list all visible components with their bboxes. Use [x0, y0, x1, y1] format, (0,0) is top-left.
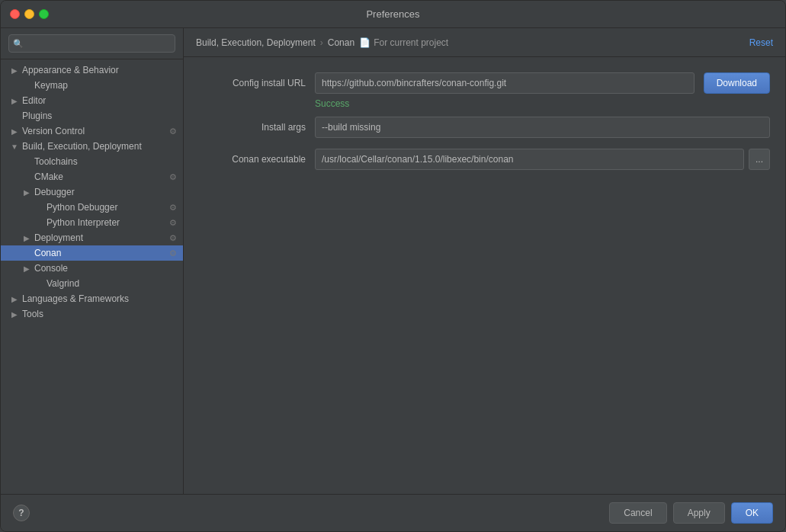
expand-icon: ▶	[10, 310, 19, 319]
expand-icon: ▼	[10, 143, 19, 151]
cancel-button[interactable]: Cancel	[609, 502, 666, 524]
expand-icon: ▶	[10, 97, 19, 105]
breadcrumb-project: 📄 For current project	[359, 37, 448, 48]
preferences-window: Preferences 🔍 ▶ Appearance & Behavior	[0, 0, 786, 532]
sidebar-item-conan[interactable]: Conan ⚙	[1, 245, 183, 261]
expand-icon: ▶	[10, 66, 19, 75]
sidebar-item-valgrind[interactable]: Valgrind	[1, 276, 183, 291]
maximize-button[interactable]	[39, 9, 49, 19]
sidebar-tree: ▶ Appearance & Behavior Keymap ▶ Editor …	[1, 59, 183, 494]
right-panel: Build, Execution, Deployment › Conan 📄 F…	[184, 28, 785, 494]
conan-exec-row: Conan executable ...	[199, 149, 770, 170]
expand-icon: ▶	[22, 234, 31, 242]
sidebar-item-python-interpreter[interactable]: Python Interpreter ⚙	[1, 215, 183, 230]
sidebar-item-version-control[interactable]: ▶ Version Control ⚙	[1, 123, 183, 139]
breadcrumb-conan: Conan	[328, 37, 355, 48]
spacer-icon	[34, 219, 43, 227]
sidebar-item-languages[interactable]: ▶ Languages & Frameworks	[1, 291, 183, 306]
spacer-icon	[34, 204, 43, 212]
sidebar-item-plugins[interactable]: Plugins	[1, 108, 183, 123]
conan-exec-label: Conan executable	[199, 154, 306, 165]
expand-icon: ▶	[10, 127, 19, 136]
form-content: Config install URL Download Success Inst…	[184, 57, 785, 494]
traffic-lights	[10, 9, 49, 19]
sync-icon: ⚙	[169, 127, 177, 136]
spacer-icon	[22, 158, 31, 166]
breadcrumb-arrow: ›	[320, 37, 323, 48]
sidebar-item-editor[interactable]: ▶ Editor	[1, 93, 183, 108]
sidebar-item-deployment[interactable]: ▶ Deployment ⚙	[1, 230, 183, 245]
conan-exec-input-group: ...	[315, 149, 770, 170]
sidebar-item-appearance[interactable]: ▶ Appearance & Behavior	[1, 62, 183, 78]
conan-exec-input[interactable]	[315, 149, 744, 170]
search-input[interactable]	[8, 34, 175, 53]
sidebar-item-cmake[interactable]: CMake ⚙	[1, 169, 183, 184]
bottom-bar: ? Cancel Apply OK	[1, 494, 785, 531]
sidebar-item-tools[interactable]: ▶ Tools	[1, 306, 183, 322]
sync-icon: ⚙	[169, 248, 177, 258]
expand-icon: ▶	[22, 264, 31, 273]
sidebar-item-console[interactable]: ▶ Console	[1, 261, 183, 276]
install-args-row: Install args	[199, 117, 770, 138]
expand-icon: ▶	[22, 188, 31, 197]
panel-header: Build, Execution, Deployment › Conan 📄 F…	[184, 28, 785, 57]
sidebar-item-python-debugger[interactable]: Python Debugger ⚙	[1, 200, 183, 215]
breadcrumb: Build, Execution, Deployment › Conan 📄 F…	[196, 37, 448, 48]
sidebar-item-build-execution[interactable]: ▼ Build, Execution, Deployment	[1, 139, 183, 154]
sidebar-item-debugger[interactable]: ▶ Debugger	[1, 184, 183, 200]
sync-icon: ⚙	[169, 233, 177, 243]
install-args-label: Install args	[199, 122, 306, 133]
reset-link[interactable]: Reset	[749, 37, 773, 48]
spacer-icon	[22, 82, 31, 90]
project-icon: 📄	[359, 37, 371, 48]
window-title: Preferences	[366, 8, 419, 20]
close-button[interactable]	[10, 9, 20, 19]
config-url-input[interactable]	[315, 72, 695, 94]
minimize-button[interactable]	[24, 9, 34, 19]
spacer-icon	[34, 280, 43, 288]
spacer-icon	[10, 112, 19, 120]
spacer-icon	[22, 173, 31, 181]
config-url-row: Config install URL Download	[199, 72, 770, 94]
download-button[interactable]: Download	[704, 72, 770, 94]
install-args-input[interactable]	[315, 117, 770, 138]
sync-icon: ⚙	[169, 203, 177, 213]
browse-button[interactable]: ...	[749, 149, 770, 170]
bottom-buttons: Cancel Apply OK	[609, 502, 773, 524]
sidebar: 🔍 ▶ Appearance & Behavior Keymap ▶	[1, 28, 184, 494]
sync-icon: ⚙	[169, 218, 177, 228]
success-status: Success	[315, 98, 770, 109]
apply-button[interactable]: Apply	[673, 502, 725, 524]
sidebar-item-keymap[interactable]: Keymap	[1, 78, 183, 93]
config-url-label: Config install URL	[199, 78, 306, 88]
ok-button[interactable]: OK	[731, 502, 773, 524]
titlebar: Preferences	[1, 1, 785, 28]
sync-icon: ⚙	[169, 172, 177, 182]
help-button[interactable]: ?	[13, 505, 30, 521]
sidebar-item-toolchains[interactable]: Toolchains	[1, 154, 183, 169]
search-box: 🔍	[1, 28, 183, 59]
search-icon: 🔍	[13, 39, 24, 49]
breadcrumb-build: Build, Execution, Deployment	[196, 37, 316, 48]
spacer-icon	[22, 249, 31, 258]
expand-icon: ▶	[10, 295, 19, 303]
main-content: 🔍 ▶ Appearance & Behavior Keymap ▶	[1, 28, 785, 494]
